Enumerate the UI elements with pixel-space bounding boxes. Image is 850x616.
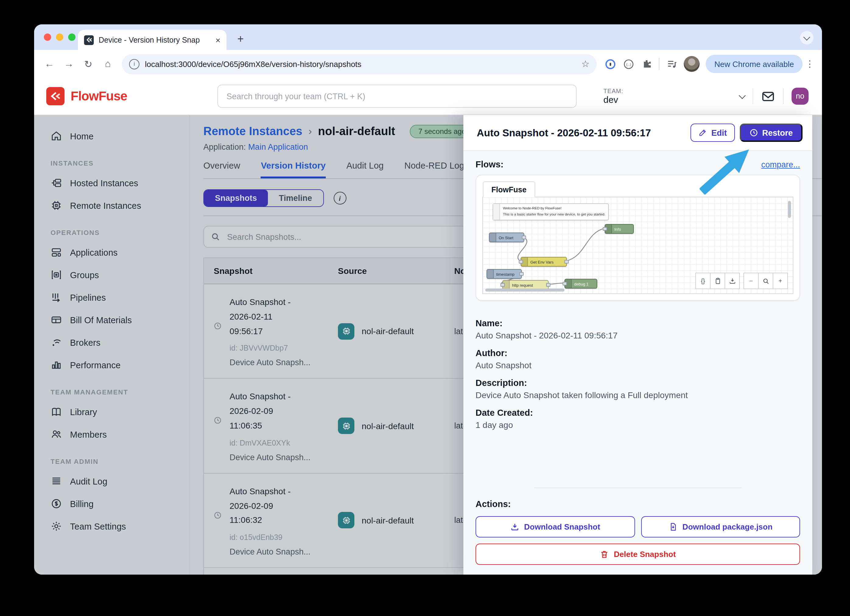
address-bar[interactable]: i localhost:3000/device/O65j96mX8e/versi… bbox=[122, 54, 597, 74]
sidebar-item-audit-log[interactable]: Audit Log bbox=[34, 470, 189, 492]
sidebar-item-hosted-instances[interactable]: Hosted Instances bbox=[34, 172, 189, 194]
tab-audit-log[interactable]: Audit Log bbox=[346, 161, 384, 178]
restore-button[interactable]: Restore bbox=[739, 124, 802, 142]
applications-icon bbox=[51, 247, 62, 258]
browser-home-button[interactable]: ⌂ bbox=[99, 55, 117, 73]
sidebar-item-groups[interactable]: Groups bbox=[34, 263, 189, 286]
canvas-vertical-scrollbar[interactable] bbox=[788, 201, 791, 218]
url-text[interactable]: localhost:3000/device/O65j96mX8e/version… bbox=[145, 59, 361, 69]
zoom-in-button[interactable]: + bbox=[773, 273, 788, 289]
node-port bbox=[522, 236, 526, 239]
sidebar-item-home[interactable]: Home bbox=[34, 125, 189, 147]
new-tab-button[interactable]: + bbox=[234, 33, 247, 46]
canvas-horizontal-scrollbar[interactable] bbox=[485, 289, 564, 292]
team-selector[interactable]: TEAM: dev bbox=[603, 88, 745, 105]
node-port bbox=[563, 282, 567, 286]
sidebar-item-pipelines[interactable]: Pipelines bbox=[34, 286, 189, 309]
tab-overview[interactable]: Overview bbox=[204, 161, 240, 178]
tab-version-history[interactable]: Version History bbox=[261, 161, 326, 178]
sidebar-item-label: Performance bbox=[70, 360, 121, 370]
clipboard-icon bbox=[714, 277, 721, 285]
flow-node-timestamp: timestamp bbox=[486, 269, 522, 279]
edit-button-label: Edit bbox=[711, 128, 727, 137]
snapshot-description: Device Auto Snapsh... bbox=[229, 453, 302, 462]
browser-menu-kebab-icon[interactable]: ⋮ bbox=[804, 58, 816, 69]
view-json-button[interactable]: {} bbox=[695, 273, 711, 289]
info-icon[interactable]: i bbox=[333, 192, 346, 205]
toggle-timeline[interactable]: Timeline bbox=[268, 190, 323, 206]
sidebar-item-label: Members bbox=[70, 429, 107, 439]
flowfuse-logo-icon bbox=[46, 87, 64, 105]
flow-workspace-tab[interactable]: FlowFuse bbox=[483, 181, 535, 197]
download-package-json-label: Download package.json bbox=[682, 522, 772, 531]
download-snapshot-label: Download Snapshot bbox=[524, 522, 600, 531]
user-avatar[interactable]: no bbox=[792, 88, 809, 105]
sidebar-item-brokers[interactable]: Brokers bbox=[34, 331, 189, 354]
braces-extension-icon[interactable]: {...} bbox=[620, 55, 637, 72]
sidebar-item-label: Remote Instances bbox=[70, 200, 141, 210]
description-value: Device Auto Snapshot taken following a F… bbox=[476, 390, 800, 400]
actions-label: Actions: bbox=[476, 499, 800, 509]
application-link[interactable]: Main Application bbox=[248, 142, 308, 152]
tab-node-red-logs[interactable]: Node-RED Logs bbox=[404, 161, 468, 178]
minimize-window-button[interactable] bbox=[56, 33, 63, 41]
sidebar-item-applications[interactable]: Applications bbox=[34, 241, 189, 263]
compare-link[interactable]: compare... bbox=[761, 160, 800, 169]
sidebar-item-library[interactable]: Library bbox=[34, 401, 189, 423]
zoom-reset-button[interactable] bbox=[758, 273, 773, 289]
flowfuse-brand[interactable]: FlowFuse bbox=[34, 87, 202, 105]
sidebar-item-billing[interactable]: Billing bbox=[34, 492, 189, 515]
browser-toolbar: ← → ↻ ⌂ i localhost:3000/device/O65j96mX… bbox=[34, 50, 822, 78]
view-toggle: Snapshots Timeline bbox=[204, 189, 323, 207]
chrome-update-badge[interactable]: New Chrome available bbox=[706, 55, 802, 73]
sidebar-item-label: Billing bbox=[70, 499, 93, 508]
flow-canvas[interactable]: Welcome to Node-RED by FlowFuse! This is… bbox=[482, 197, 793, 294]
reload-button[interactable]: ↻ bbox=[79, 55, 97, 73]
application-label: Application: bbox=[204, 142, 246, 152]
sidebar-item-team-settings[interactable]: Team Settings bbox=[34, 515, 189, 537]
edit-button[interactable]: Edit bbox=[690, 124, 735, 142]
flow-comment-node: Welcome to Node-RED by FlowFuse! This is… bbox=[492, 203, 609, 220]
flow-node-get-env-vars: Get Env Vars bbox=[521, 257, 567, 267]
browser-tab[interactable]: Device - Version History Snap × bbox=[78, 30, 226, 50]
maximize-window-button[interactable] bbox=[68, 33, 75, 41]
flow-node-label: debug 1 bbox=[572, 281, 591, 286]
sidebar-item-performance[interactable]: Performance bbox=[34, 354, 189, 376]
media-controls-icon[interactable] bbox=[663, 55, 680, 72]
drawer-title: Auto Snapshot - 2026-02-11 09:56:17 bbox=[477, 127, 651, 139]
sidebar-item-members[interactable]: Members bbox=[34, 423, 189, 446]
zoom-out-button[interactable]: − bbox=[744, 273, 759, 289]
close-tab-icon[interactable]: × bbox=[215, 36, 220, 44]
browser-profile-avatar[interactable] bbox=[684, 56, 700, 72]
groups-icon bbox=[51, 269, 62, 281]
download-package-json-button[interactable]: Download package.json bbox=[641, 516, 800, 537]
snapshot-detail-drawer: Auto Snapshot - 2026-02-11 09:56:17 Edit… bbox=[463, 115, 812, 575]
download-snapshot-button[interactable]: Download Snapshot bbox=[476, 516, 635, 537]
sidebar-section-team-admin: TEAM ADMIN bbox=[51, 458, 189, 465]
delete-snapshot-button[interactable]: Delete Snapshot bbox=[476, 544, 800, 565]
forward-button[interactable]: → bbox=[60, 55, 78, 73]
tab-search-button[interactable] bbox=[800, 31, 814, 45]
back-button[interactable]: ← bbox=[40, 55, 58, 73]
toggle-snapshots[interactable]: Snapshots bbox=[204, 190, 268, 206]
copy-flow-button[interactable] bbox=[710, 273, 725, 289]
remote-instances-chip-icon bbox=[51, 200, 62, 211]
sidebar-section-operations: OPERATIONS bbox=[51, 229, 189, 236]
extensions-puzzle-icon[interactable] bbox=[638, 55, 655, 72]
sidebar-item-bill-of-materials[interactable]: Bill Of Materials bbox=[34, 309, 189, 331]
header-divider bbox=[783, 88, 784, 104]
bookmark-star-icon[interactable]: ☆ bbox=[582, 58, 590, 69]
password-manager-extension-icon[interactable] bbox=[602, 55, 619, 72]
sidebar-item-remote-instances[interactable]: Remote Instances bbox=[34, 194, 189, 217]
header-divider bbox=[753, 88, 753, 104]
breadcrumb-parent-link[interactable]: Remote Instances bbox=[204, 125, 302, 138]
flowfuse-header: FlowFuse TEAM: dev no bbox=[34, 78, 822, 115]
site-info-icon[interactable]: i bbox=[129, 59, 139, 69]
device-chip-icon bbox=[338, 417, 355, 434]
download-icon bbox=[510, 522, 519, 531]
download-flow-button[interactable] bbox=[724, 273, 740, 289]
notifications-mail-icon[interactable] bbox=[761, 89, 775, 103]
node-port bbox=[519, 272, 524, 276]
team-search-input[interactable] bbox=[217, 85, 577, 108]
close-window-button[interactable] bbox=[44, 33, 51, 41]
